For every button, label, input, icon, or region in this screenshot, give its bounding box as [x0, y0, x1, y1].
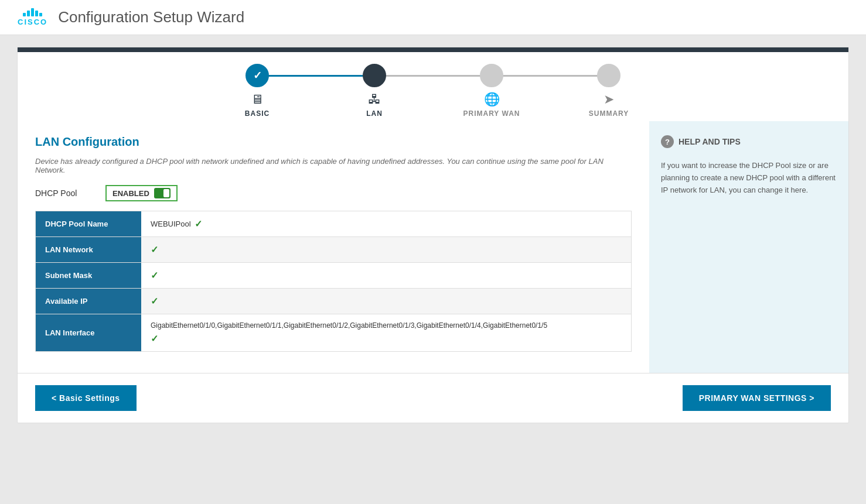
main-container: ✓ 🖥 BASIC 🖧 LAN 🌐 PRIMARY WAN [17, 47, 849, 423]
table-row: DHCP Pool Name WEBUIPool ✓ [36, 211, 631, 237]
help-title-text: HELP AND TIPS [679, 137, 741, 146]
table-header-lan-network: LAN Network [36, 237, 141, 262]
section-description: Device has already configured a DHCP poo… [35, 157, 632, 174]
logo-bar-3 [31, 8, 34, 16]
check-icon-lan-interface: ✓ [151, 333, 158, 344]
main-content: LAN Configuration Device has already con… [18, 121, 649, 373]
table-header-available-ip: Available IP [36, 289, 141, 314]
table-data-dhcp-pool-name[interactable]: WEBUIPool ✓ [141, 211, 631, 236]
table-data-subnet-mask[interactable]: ✓ [141, 263, 631, 288]
table-row: LAN Interface GigabitEthernet0/1/0,Gigab… [36, 314, 631, 351]
table-data-available-ip[interactable]: ✓ [141, 289, 631, 314]
check-icon-pool-name: ✓ [195, 218, 202, 229]
step-summary: ➤ SUMMARY [550, 64, 667, 118]
steps-track: ✓ 🖥 BASIC 🖧 LAN 🌐 PRIMARY WAN [18, 52, 848, 121]
cisco-logo: CISCO [18, 8, 47, 26]
section-title: LAN Configuration [35, 135, 632, 149]
toggle-knob [163, 189, 169, 197]
table-data-lan-network[interactable]: ✓ [141, 237, 631, 262]
interface-text: GigabitEthernet0/1/0,GigabitEthernet0/1/… [151, 321, 547, 330]
page-title: Configuration Setup Wizard [58, 8, 244, 26]
toggle-switch[interactable] [154, 188, 171, 198]
step-icon-wan: 🌐 [484, 92, 500, 107]
wizard-nav-bar [18, 47, 848, 52]
content-area: LAN Configuration Device has already con… [18, 121, 848, 373]
header: CISCO Configuration Setup Wizard [0, 0, 866, 35]
step-basic: ✓ 🖥 BASIC [199, 64, 316, 118]
lan-config-table: DHCP Pool Name WEBUIPool ✓ LAN Network ✓… [35, 211, 632, 352]
table-row: Available IP ✓ [36, 289, 631, 314]
logo-bar-5 [39, 13, 42, 16]
step-circle-wan [480, 64, 503, 87]
step-circle-basic: ✓ [246, 64, 269, 87]
step-circle-summary [597, 64, 620, 87]
step-icon-lan: 🖧 [368, 92, 381, 107]
table-header-lan-interface: LAN Interface [36, 314, 141, 351]
step-primary-wan: 🌐 PRIMARY WAN [433, 64, 550, 118]
step-label-summary: SUMMARY [589, 109, 629, 118]
dhcp-pool-label: DHCP Pool [35, 188, 94, 198]
back-button[interactable]: < Basic Settings [35, 385, 137, 411]
footer-nav: < Basic Settings PRIMARY WAN SETTINGS > [18, 373, 848, 423]
step-label-basic: BASIC [245, 109, 270, 118]
help-icon: ? [661, 135, 674, 148]
table-header-subnet-mask: Subnet Mask [36, 263, 141, 288]
logo-bar-4 [35, 11, 38, 16]
step-icon-summary: ➤ [604, 92, 614, 107]
table-header-dhcp-pool-name: DHCP Pool Name [36, 211, 141, 236]
check-icon-available-ip: ✓ [151, 296, 158, 307]
help-body-text: If you want to increase the DHCP Pool si… [661, 160, 837, 196]
table-row: LAN Network ✓ [36, 237, 631, 263]
step-label-lan: LAN [366, 109, 383, 118]
next-button[interactable]: PRIMARY WAN SETTINGS > [683, 385, 831, 411]
step-label-wan: PRIMARY WAN [463, 109, 520, 118]
dhcp-toggle[interactable]: ENABLED [105, 185, 178, 201]
step-icon-basic: 🖥 [251, 92, 264, 107]
check-icon-lan-network: ✓ [151, 244, 158, 255]
step-circle-lan [363, 64, 386, 87]
dhcp-pool-row: DHCP Pool ENABLED [35, 185, 632, 201]
logo-bar-2 [27, 11, 30, 16]
dhcp-status-text: ENABLED [112, 189, 149, 198]
sidebar-help: ? HELP AND TIPS If you want to increase … [649, 121, 848, 373]
logo-bar-1 [23, 13, 26, 16]
help-title-row: ? HELP AND TIPS [661, 135, 837, 148]
table-data-lan-interface[interactable]: GigabitEthernet0/1/0,GigabitEthernet0/1/… [141, 314, 631, 351]
step-lan: 🖧 LAN [316, 64, 433, 118]
table-row: Subnet Mask ✓ [36, 263, 631, 289]
check-icon-subnet: ✓ [151, 270, 158, 281]
pool-name-value: WEBUIPool [151, 220, 191, 228]
cisco-wordmark: CISCO [18, 18, 47, 26]
